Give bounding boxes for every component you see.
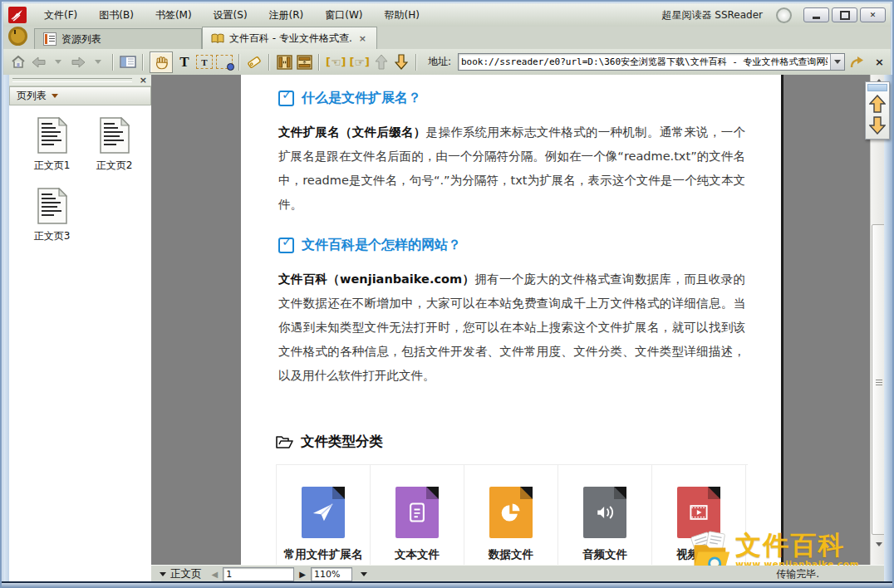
scroll-up-button[interactable] [373, 52, 390, 72]
wenjianbaike-watermark: 文件百科 www.wenjianbaike.com [689, 519, 859, 566]
chevron-down-icon [834, 60, 841, 64]
sidebar-toggle-button[interactable] [120, 52, 136, 72]
tab-label: 资源列表 [61, 32, 101, 47]
page-list-dropdown[interactable]: 页列表 [9, 86, 151, 105]
sidebar-close-icon[interactable]: × [135, 75, 151, 86]
ssreader-window: 文件(F) 图书(B) 书签(M) 设置(S) 注册(R) 窗口(W) 帮助(H… [0, 0, 894, 588]
forward-button[interactable] [70, 52, 86, 72]
home-icon [11, 55, 26, 69]
app-logo-icon [8, 7, 27, 23]
document-viewport[interactable]: 什么是文件扩展名？ 文件扩展名（文件后缀名）是操作系统用来标志文件格式的一种机制… [151, 75, 871, 566]
address-dropdown-button[interactable] [830, 54, 844, 70]
document-page: 什么是文件扩展名？ 文件扩展名（文件后缀名）是操作系统用来标志文件格式的一种机制… [241, 75, 783, 566]
thumb-grip-icon [876, 380, 882, 386]
toolbar-separator [238, 54, 240, 71]
page-icon [37, 117, 67, 154]
restore-button[interactable] [832, 7, 857, 22]
transfer-status-text: 传输完毕. [776, 567, 819, 581]
text-select-tool-button[interactable]: T [176, 52, 193, 72]
menu-help[interactable]: 帮助(H) [374, 4, 430, 26]
back-history-dropdown[interactable] [50, 52, 66, 72]
go-button[interactable] [848, 52, 865, 72]
menu-register[interactable]: 注册(R) [258, 4, 315, 26]
section-heading-1: 什么是文件扩展名？ [278, 90, 781, 107]
page-thumbnail-label: 正文页2 [96, 159, 133, 173]
file-type-card[interactable]: 文本文件 [371, 465, 464, 566]
page-up-button[interactable] [866, 93, 889, 115]
menu-book[interactable]: 图书(B) [88, 4, 145, 26]
forward-arrow-icon [71, 56, 86, 68]
category-heading: 文件类型分类 [276, 433, 781, 451]
sidebar-resize-strip[interactable] [3, 75, 9, 583]
page-thumbnails: 正文页1 正文页2 正文页3 [9, 105, 151, 258]
region-select-tool-button[interactable] [216, 52, 233, 72]
book-icon [211, 33, 224, 44]
tab-resource-list[interactable]: 资源列表 [34, 28, 202, 49]
file-type-card[interactable]: 音频文件 [558, 465, 652, 566]
scroll-down-button[interactable] [393, 52, 410, 72]
previous-page-button[interactable]: [☜] [326, 52, 346, 72]
up-arrow-icon [375, 54, 388, 70]
page-thumbnail-2[interactable]: 正文页2 [83, 117, 145, 173]
hand-right-icon: ☞ [354, 56, 365, 69]
menu-bar: 文件(F) 图书(B) 书签(M) 设置(S) 注册(R) 窗口(W) 帮助(H… [3, 3, 891, 27]
page-next-arrow[interactable]: ▶ [297, 570, 307, 579]
home-button[interactable] [10, 52, 27, 72]
file-icon [583, 487, 626, 538]
page-type-dropdown[interactable]: 正文页 [155, 567, 207, 581]
address-close-icon[interactable]: × [868, 56, 891, 68]
open-folder-icon [276, 435, 293, 449]
fit-height-button[interactable] [296, 52, 312, 72]
watermark-url: www.wenjianbaike.com [735, 559, 859, 566]
tab-document[interactable]: 文件百科 - 专业文件格式查. × [202, 27, 377, 49]
hand-tool-button[interactable] [150, 51, 173, 73]
fit-height-icon [297, 55, 312, 70]
chevron-down-icon [55, 60, 61, 64]
close-button[interactable]: ✕ [860, 7, 886, 22]
toolbar-separator [268, 54, 270, 71]
big-down-arrow-icon [869, 116, 886, 135]
tab-bar: 资源列表 文件百科 - 专业文件格式查. × [3, 27, 891, 49]
address-input[interactable] [459, 54, 830, 70]
panel-handle[interactable] [867, 84, 887, 91]
go-arrow-icon [849, 56, 864, 69]
page-thumbnail-label: 正文页3 [34, 229, 71, 243]
panel-icon [120, 56, 136, 68]
page-prev-arrow[interactable]: ◀ [210, 570, 220, 579]
zoom-level-box[interactable]: 110% [311, 567, 352, 581]
sidebar-grip[interactable]: × [9, 75, 151, 86]
page-number-input[interactable]: 1 [223, 567, 294, 581]
page-down-button[interactable] [866, 115, 889, 136]
page-type-label: 正文页 [170, 567, 202, 581]
menu-settings[interactable]: 设置(S) [203, 4, 258, 26]
file-type-card[interactable]: 常用文件扩展名 [277, 465, 371, 566]
fit-width-button[interactable] [276, 52, 292, 72]
annotation-tag-button[interactable] [246, 52, 263, 72]
main-area: × 页列表 正文页1 [3, 75, 887, 566]
toolbar-separator [142, 54, 144, 71]
page-thumbnail-3[interactable]: 正文页3 [21, 188, 83, 243]
tab-close-icon[interactable]: × [357, 33, 368, 44]
status-ring-icon [776, 7, 792, 23]
address-bar[interactable] [458, 53, 845, 71]
zoom-dropdown[interactable] [356, 572, 372, 576]
minimize-button[interactable] [803, 7, 829, 22]
hand-left-icon: ☜ [331, 56, 341, 69]
next-page-button[interactable]: [☞] [349, 52, 369, 72]
chevron-down-icon [160, 572, 166, 576]
back-button[interactable] [30, 52, 47, 72]
menu-bookmark[interactable]: 书签(M) [145, 4, 203, 26]
resource-list-icon [43, 32, 56, 46]
status-bar: 正文页 ◀ 1 ▶ 110% 传输完毕. [151, 565, 884, 583]
down-arrow-icon [395, 54, 408, 70]
tag-icon [246, 55, 263, 70]
file-type-card[interactable]: 数据文件 [464, 465, 558, 566]
back-arrow-icon [32, 56, 46, 68]
clock-icon[interactable] [8, 27, 27, 46]
page-list-label: 页列表 [17, 89, 47, 103]
text-box-tool-button[interactable]: T [196, 52, 213, 72]
menu-file[interactable]: 文件(F) [33, 4, 88, 26]
forward-history-dropdown[interactable] [90, 52, 106, 72]
menu-window[interactable]: 窗口(W) [314, 4, 373, 26]
page-thumbnail-1[interactable]: 正文页1 [21, 117, 83, 173]
